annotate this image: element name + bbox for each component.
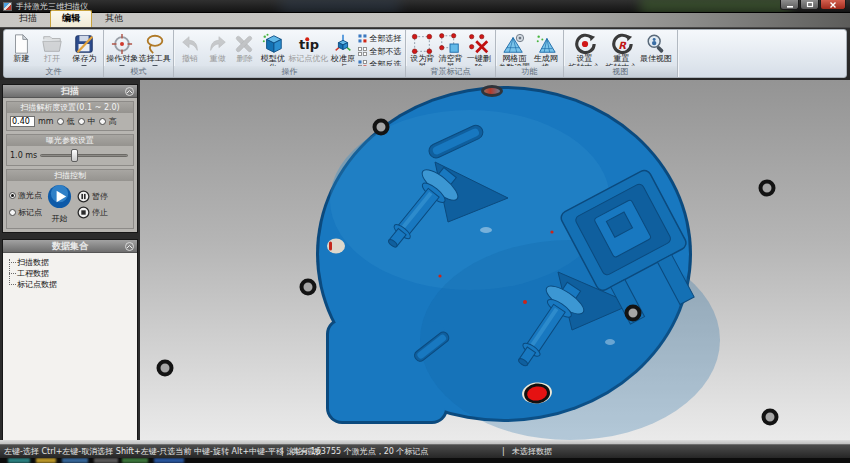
model-optimize-button[interactable]: 模型优化	[257, 32, 288, 70]
operation-target-button[interactable]: 操作对象	[106, 32, 139, 70]
exposure-slider[interactable]	[40, 149, 130, 162]
open-button[interactable]: 打开	[37, 32, 68, 70]
tab-edit[interactable]: 编辑	[50, 10, 92, 27]
selection-status: 未选择数据	[512, 445, 552, 458]
ribbon: 新建 打开 保存为 文件 操作对象	[0, 28, 850, 80]
redo-button[interactable]: 重做	[204, 32, 232, 70]
origin-axes-icon	[331, 33, 355, 55]
marker[interactable]	[481, 85, 503, 97]
collapse-button[interactable]	[125, 87, 134, 96]
generate-mesh-button[interactable]: 生成网格	[530, 32, 561, 70]
undo-icon	[178, 33, 202, 55]
reset-rotation-icon: R	[610, 33, 634, 55]
new-button[interactable]: 新建	[6, 32, 37, 70]
tab-other[interactable]: 其他	[94, 11, 134, 27]
ribbon-group-mode: 操作对象 选择工具 模式	[104, 30, 174, 77]
radio-low[interactable]	[57, 118, 64, 125]
radio-medium[interactable]	[78, 118, 85, 125]
delete-button[interactable]: 删除	[232, 32, 258, 70]
exposure-value: 1.0 ms	[10, 151, 37, 160]
start-label: 开始	[52, 213, 68, 224]
exposure-group-title: 曝光参数设置	[7, 135, 133, 146]
app-icon	[3, 2, 12, 11]
taskbar-icon[interactable]	[122, 458, 148, 463]
close-button[interactable]	[820, 0, 846, 10]
undo-button[interactable]: 撤销	[176, 32, 204, 70]
reset-rotation-center-button[interactable]: R 重置 旋转中心	[603, 32, 640, 70]
marker[interactable]	[157, 360, 174, 377]
tree-item-marker-data[interactable]: 标记点数据	[17, 279, 137, 290]
taskbar-icon[interactable]	[154, 458, 184, 463]
delete-markers-icon	[467, 33, 491, 55]
new-document-icon	[9, 33, 33, 55]
collapse-button[interactable]	[125, 242, 134, 251]
tab-scan[interactable]: 扫描	[8, 11, 48, 27]
mouse-hints: 左键-选择 Ctrl+左键-取消选择 Shift+左键-只选当前 中键-旋转 A…	[4, 445, 321, 458]
resolution-input[interactable]	[10, 116, 35, 127]
stop-icon	[77, 206, 90, 219]
save-as-button[interactable]: 保存为	[67, 32, 101, 70]
resolution-group-title: 扫描解析度设置(0.1 ~ 2.0)	[7, 102, 133, 113]
marker-optimize-button[interactable]: tip 标记点优化	[288, 32, 329, 70]
set-rotation-center-button[interactable]: 设置 旋转中心	[566, 32, 603, 70]
taskbar-icon[interactable]	[8, 458, 30, 463]
glass-reflection	[640, 0, 790, 13]
group-label-mode: 模式	[104, 66, 173, 77]
mesh-settings-icon	[502, 33, 526, 55]
close-icon	[831, 2, 836, 7]
separator: |	[502, 445, 505, 458]
exposure-group: 曝光参数设置 1.0 ms	[6, 134, 134, 166]
status-bar: 左键-选择 Ctrl+左键-取消选择 Shift+左键-只选当前 中键-旋转 A…	[0, 444, 850, 458]
taskbar-icon[interactable]	[94, 458, 118, 463]
set-background-button[interactable]: 设为背景	[408, 32, 436, 70]
ribbon-tabs: 扫描 编辑 其他	[0, 13, 850, 28]
marker[interactable]	[300, 279, 317, 296]
tree-item-scan-data[interactable]: 扫描数据	[17, 257, 137, 268]
radio-laser-points[interactable]	[9, 192, 16, 199]
clear-background-button[interactable]: 清空背景	[436, 32, 464, 70]
group-label-view: 视图	[564, 66, 677, 77]
marker[interactable]	[327, 239, 345, 254]
select-none-icon	[358, 47, 367, 56]
tree-item-project-data[interactable]: 工程数据	[17, 268, 137, 279]
taskbar-icon[interactable]	[36, 458, 56, 463]
select-none-button[interactable]: 全部不选	[357, 45, 403, 57]
select-tool-button[interactable]: 选择工具	[139, 32, 172, 70]
best-view-button[interactable]: 最佳视图	[640, 32, 672, 70]
stop-button[interactable]: 停止	[77, 206, 108, 219]
maximize-icon	[807, 3, 812, 7]
taskbar-icon[interactable]	[62, 458, 88, 463]
radio-marker-points[interactable]	[9, 209, 16, 216]
mesh-parameters-button[interactable]: 网格面 参数设置	[498, 32, 530, 70]
one-key-delete-button[interactable]: 一键删除	[465, 32, 493, 70]
marker[interactable]	[759, 180, 776, 197]
delete-x-icon	[232, 33, 256, 55]
chevron-up-icon	[126, 244, 133, 249]
marker[interactable]	[762, 409, 779, 426]
viewport-3d[interactable]	[140, 80, 850, 440]
pause-button[interactable]: 暂停	[77, 190, 108, 203]
left-sidebar: 扫描 扫描解析度设置(0.1 ~ 2.0) mm 低 中 高	[0, 80, 140, 440]
ribbon-group-file: 新建 打开 保存为 文件	[4, 30, 104, 77]
save-floppy-icon	[72, 33, 96, 55]
generate-mesh-icon	[534, 33, 558, 55]
group-label-file: 文件	[4, 66, 103, 77]
maximize-button[interactable]	[800, 0, 819, 10]
start-button[interactable]	[47, 184, 72, 213]
scan-mesh-object	[140, 80, 850, 440]
radio-high[interactable]	[99, 118, 106, 125]
group-label-function: 功能	[496, 66, 563, 77]
calibrate-origin-button[interactable]: 校准原点	[329, 32, 358, 70]
ribbon-empty-space	[678, 30, 846, 77]
resolution-group: 扫描解析度设置(0.1 ~ 2.0) mm 低 中 高	[6, 101, 134, 131]
marker[interactable]	[625, 305, 642, 322]
slider-thumb[interactable]	[71, 149, 78, 162]
glass-reflection	[280, 0, 400, 13]
marker[interactable]	[373, 119, 390, 136]
rotation-center-icon	[573, 33, 597, 55]
clear-background-icon	[438, 33, 462, 55]
select-all-button[interactable]: 全部选择	[357, 32, 403, 44]
data-panel: 数据集合 扫描数据 工程数据 标记点数据	[2, 239, 138, 463]
minimize-icon	[787, 6, 793, 8]
minimize-button[interactable]	[780, 0, 799, 10]
